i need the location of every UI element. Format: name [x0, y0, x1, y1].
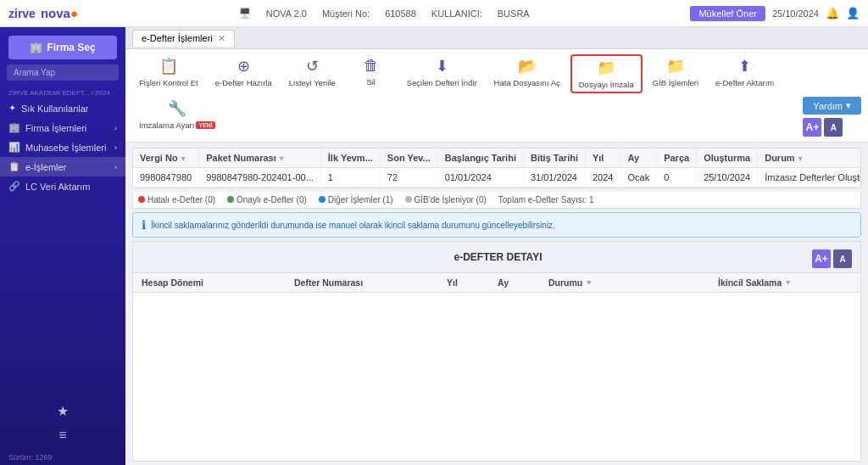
info-text: İkincil saklamalarınız gönderildi durumu…: [151, 221, 555, 230]
font-size-controls: A+ A: [803, 118, 861, 137]
sidebar-item-label: Sık Kullanılanlar: [21, 104, 89, 114]
secilen-defteri-indir-label: Seçilen Defteri İndir: [407, 78, 477, 87]
sidebar-search-input[interactable]: [7, 64, 119, 81]
detail-col-durumu[interactable]: Durumu ▼: [540, 277, 709, 288]
dosyayi-imzala-button[interactable]: 📁 Dosyayı İmzala: [570, 54, 643, 93]
sil-button[interactable]: 🗑 Sil: [346, 54, 397, 89]
sidebar-bottom: ★ ≡: [0, 393, 125, 450]
sidebar-item-lc-veri-aktarim[interactable]: 🔗 LC Veri Aktarım: [0, 176, 125, 196]
main-table: Vergi No▼ Paket Numarası▼ İlk Yevm... So…: [133, 148, 861, 188]
secilen-defteri-indir-button[interactable]: ⬇ Seçilen Defteri İndir: [400, 54, 484, 90]
status-hatali: Hatalı e-Defter (0): [138, 195, 215, 204]
edefter-hazirla-button[interactable]: ⊕ e-Defter Hazırla: [209, 54, 279, 90]
detail-font-small-button[interactable]: A: [833, 249, 852, 268]
folder-gib-icon: 📁: [666, 57, 685, 76]
star-icon: ✦: [8, 103, 16, 114]
filter-icon[interactable]: ▼: [585, 278, 593, 287]
folder-sign-icon: 📁: [597, 59, 615, 77]
status-gibde: GİB'de İşleniyor (0): [405, 195, 487, 204]
detail-font-large-button[interactable]: A+: [812, 249, 831, 268]
col-bitis: Bitiş Tarihi: [523, 148, 585, 168]
edefter-hazirla-label: e-Defter Hazırla: [215, 78, 272, 87]
header-right: Mükellef Öner 25/10/2024 🔔 👤: [690, 6, 860, 21]
col-paket-no[interactable]: Paket Numarası▼: [199, 148, 321, 168]
filter-icon[interactable]: ▼: [784, 278, 792, 287]
yardim-button[interactable]: Yardım ▾: [803, 97, 861, 115]
yardim-label: Yardım: [813, 101, 843, 111]
plus-circle-icon: ⊕: [237, 57, 250, 76]
imzalama-ayari-label: İmzalama Ayarı YENİ: [139, 120, 215, 130]
sidebar-item-firma-islemleri[interactable]: 🏢 Firma İşlemleri ›: [0, 118, 125, 137]
logo-icon: zirve: [8, 7, 36, 20]
bell-icon[interactable]: 🔔: [826, 7, 839, 20]
firma-icon: 🏢: [30, 42, 42, 53]
building-icon: 🏢: [8, 122, 20, 133]
table-row[interactable]: 9980847980 9980847980-202401-00... 1 72 …: [133, 168, 861, 188]
dot-green: [227, 196, 234, 203]
col-vergi-no[interactable]: Vergi No▼: [133, 148, 199, 168]
gib-islemleri-button[interactable]: 📁 GİB İşlemleri: [646, 54, 705, 90]
user-icon[interactable]: 👤: [846, 7, 860, 20]
detail-col-ikincil[interactable]: İkincil Saklama ▼: [709, 277, 860, 288]
font-large-button[interactable]: A+: [803, 118, 821, 137]
sidebar-item-sik-kullanilanlar[interactable]: ✦ Sık Kullanılanlar: [0, 98, 125, 118]
tab-edefter-islemleri[interactable]: e-Defter İşlemleri ✕: [132, 30, 235, 47]
download-icon: ⬇: [436, 57, 448, 76]
logo-area: zirve nova●: [8, 6, 78, 20]
new-badge: YENİ: [196, 121, 214, 129]
detail-font-controls: A+ A: [812, 249, 852, 268]
firma-sec-label: Firma Seç: [47, 42, 95, 53]
trash-icon: 🗑: [364, 57, 379, 75]
kullanici-label: KULLANICI:: [431, 8, 482, 19]
dot-gray: [405, 196, 412, 203]
settings-icon: 🔧: [168, 99, 186, 118]
col-parca: Parça: [657, 148, 697, 168]
edefter-aktarim-label: e-Defter Aktarım: [715, 78, 774, 87]
toolbar: 📋 Fişleri Kontrol Et ⊕ e-Defter Hazırla …: [125, 49, 868, 143]
col-durum[interactable]: Durum▼: [758, 148, 861, 168]
chevron-right-icon: ›: [114, 124, 117, 132]
gib-islemleri-label: GİB İşlemleri: [653, 78, 698, 87]
favorites-icon[interactable]: ★: [53, 400, 72, 423]
filter-icon[interactable]: ▼: [180, 154, 187, 163]
sidebar-item-muhasebe-islemleri[interactable]: 📊 Muhasebe İşlemleri ›: [0, 137, 125, 157]
clipboard-icon: 📋: [159, 57, 178, 76]
imzalama-ayari-button[interactable]: 🔧 İmzalama Ayarı YENİ: [132, 97, 222, 132]
status-onayli: Onaylı e-Defter (0): [227, 195, 307, 204]
cell-bitis: 31/01/2024: [523, 168, 585, 188]
tab-close-icon[interactable]: ✕: [218, 33, 225, 44]
detail-col-defter: Defter Numarası: [286, 277, 438, 288]
detail-col-yil: Yıl: [438, 277, 489, 288]
dosyayi-imzala-label: Dosyayı İmzala: [579, 80, 634, 89]
sidebar-item-e-islemler[interactable]: 📋 e-İşlemler ›: [0, 157, 125, 176]
edefter-aktarim-button[interactable]: ⬆ e-Defter Aktarım: [709, 54, 781, 90]
cell-ilk-yevm: 1: [320, 168, 380, 188]
sidebar-item-label: LC Veri Aktarım: [25, 182, 90, 192]
font-small-button[interactable]: A: [824, 118, 843, 137]
col-yil: Yıl: [585, 148, 620, 168]
detail-col-ay: Ay: [489, 277, 540, 288]
upload-icon: ⬆: [738, 57, 751, 76]
cell-ay: Ocak: [620, 168, 657, 188]
status-bar: Hatalı e-Defter (0) Onaylı e-Defter (0) …: [132, 192, 861, 209]
detail-header: e-DEFTER DETAYI A+ A: [133, 242, 860, 273]
firma-sec-button[interactable]: 🏢 Firma Seç: [8, 36, 117, 59]
listeyi-yenile-button[interactable]: ↺ Listeyi Yenile: [282, 54, 342, 90]
filter-icon[interactable]: ▼: [278, 154, 286, 163]
listeyi-yenile-label: Listeyi Yenile: [289, 78, 336, 87]
filter-icon[interactable]: ▼: [797, 154, 804, 163]
main-layout: 🏢 Firma Seç ZİRVE AKADEMİ EDEFT... / 202…: [0, 27, 868, 465]
tab-bar: e-Defter İşlemleri ✕: [125, 27, 868, 49]
top-header: zirve nova● 🖥️ NOVA 2.0 Müşteri No: 6105…: [0, 0, 868, 27]
cell-olusturma: 25/10/2024: [697, 168, 758, 188]
refresh-icon: ↺: [306, 57, 319, 76]
hata-dosyasini-ac-button[interactable]: 📂 Hata Dosyasını Aç: [487, 54, 567, 90]
menu-icon[interactable]: ≡: [55, 424, 70, 446]
sidebar-item-label: e-İşlemler: [25, 162, 66, 172]
dot-red: [138, 196, 145, 203]
content-area: e-Defter İşlemleri ✕ 📋 Fişleri Kontrol E…: [125, 27, 868, 465]
fisleri-kontrol-et-label: Fişleri Kontrol Et: [139, 78, 198, 87]
fisleri-kontrol-et-button[interactable]: 📋 Fişleri Kontrol Et: [132, 54, 205, 90]
mukellef-btn[interactable]: Mükellef Öner: [690, 6, 765, 21]
col-baslangic: Başlangıç Tarihi: [437, 148, 523, 168]
